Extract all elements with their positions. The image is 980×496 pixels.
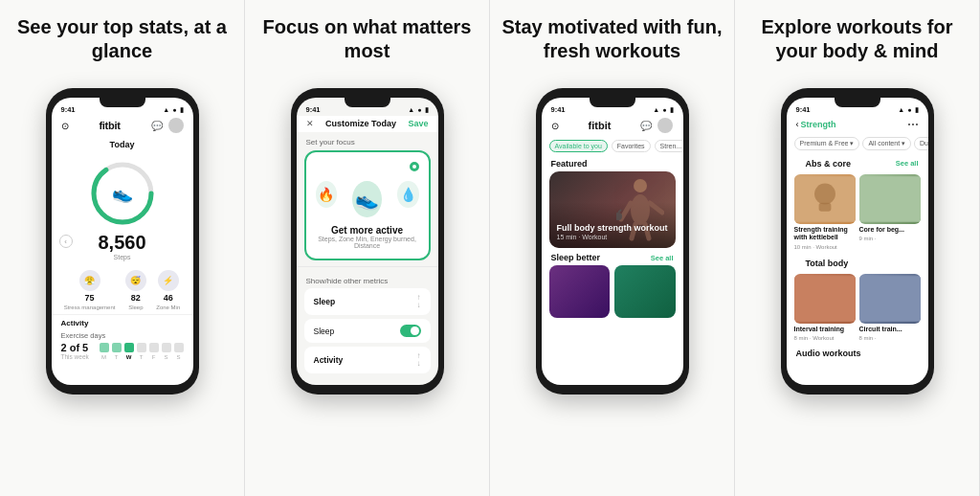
panel-2: Focus on what matters most 9:41 ▲ ● ▮ ✕ … — [245, 0, 490, 496]
save-button[interactable]: Save — [408, 119, 428, 128]
signal-icon: ▲ — [163, 106, 169, 113]
filter-tags: Available to you Favorites Stren... — [542, 137, 683, 156]
card-core[interactable]: Core for beg... 9 min · — [859, 174, 921, 250]
abs-see-all[interactable]: See all — [896, 159, 919, 168]
card-interval[interactable]: Interval training 8 min · Workout — [794, 274, 856, 341]
day-s1 — [162, 343, 171, 352]
see-all-button[interactable]: See all — [651, 254, 674, 262]
notch-2 — [345, 98, 390, 107]
day-t2 — [137, 343, 146, 352]
activity-sort-icons: ↑ ↓ — [417, 352, 421, 368]
lbl-s1: S — [162, 354, 171, 360]
notch-4 — [835, 98, 880, 107]
svg-line-4 — [621, 203, 631, 219]
screen-3: 9:41 ▲ ● ▮ ⊙ fitbit 💬 Available to you F… — [542, 98, 683, 385]
tag-available[interactable]: Available to you — [549, 140, 608, 152]
filter-premium[interactable]: Premium & Free ▾ — [794, 137, 860, 150]
divider-1 — [297, 266, 438, 267]
hero-text: Full body strength workout 15 min · Work… — [557, 223, 668, 240]
focus-icons: 🔥 👟 💧 — [316, 175, 419, 225]
exercise-label: Exercise days — [61, 331, 106, 340]
wifi-icon-2: ● — [417, 106, 421, 113]
zone-label: Zone Min — [156, 304, 180, 310]
zone-icon: ⚡ — [158, 270, 179, 291]
back-label: Strength — [801, 120, 836, 129]
zone-value: 46 — [164, 293, 173, 303]
total-body-grid: Interval training 8 min · Workout Circui… — [787, 272, 928, 345]
set-focus-label: Set your focus — [297, 132, 438, 150]
card-kettlebell[interactable]: Strength training with kettlebell 10 min… — [794, 174, 856, 250]
back-button[interactable]: ‹ Strength — [796, 120, 836, 129]
screen-2: 9:41 ▲ ● ▮ ✕ Customize Today Save Set yo… — [297, 98, 438, 385]
avatar — [168, 118, 184, 133]
activity-metric-row[interactable]: Activity ↑ ↓ — [304, 347, 431, 373]
lbl-f: F — [149, 354, 159, 360]
s3-nav: 💬 — [640, 118, 673, 133]
lbl-s2: S — [174, 354, 184, 360]
stat-stress: 😤 75 Stress management — [64, 270, 116, 310]
hero-title: Full body strength workout — [557, 223, 668, 234]
stat-sleep: 😴 82 Sleep — [125, 270, 146, 310]
total-body-row: Total body — [787, 254, 928, 272]
steps-ring-area: 👟 8,560 Steps — [52, 153, 193, 264]
tag-strength[interactable]: Stren... — [655, 140, 683, 152]
sleep-value: 82 — [131, 293, 141, 303]
notch-1 — [100, 98, 145, 107]
sleep-toggle-label: Sleep — [314, 327, 335, 336]
back-chevron[interactable]: ‹ — [59, 235, 73, 248]
lbl-t2: T — [137, 354, 146, 360]
sleep-better-label: Sleep better — [551, 253, 601, 262]
lbl-m: M — [100, 354, 109, 360]
svg-line-5 — [650, 203, 662, 213]
sleep-toggle[interactable] — [400, 325, 421, 337]
filter-content[interactable]: All content ▾ — [862, 137, 911, 150]
screen-1: 9:41 ▲ ● ▮ ⊙ fitbit 💬 ‹ Today — [52, 98, 193, 385]
thumb-2[interactable] — [614, 265, 676, 318]
interval-meta: 8 min · Workout — [794, 335, 856, 341]
svg-rect-15 — [859, 276, 921, 322]
filter-duration[interactable]: Duration ▾ — [914, 137, 927, 150]
metric-sort-icons: ↑ ↓ — [417, 294, 421, 309]
close-button[interactable]: ✕ — [306, 119, 314, 128]
focus-radio[interactable] — [410, 162, 419, 171]
battery-icon: ▮ — [180, 106, 184, 114]
hero-card[interactable]: Full body strength workout 15 min · Work… — [549, 171, 676, 248]
panel-1: See your top stats, at a glance 9:41 ▲ ●… — [0, 0, 245, 496]
signal-icon-3: ▲ — [653, 106, 659, 113]
exercise-week-area: 2 of 5 This week — [61, 342, 89, 360]
abs-core-row: Abs & core See all — [787, 154, 928, 172]
thumb-1[interactable] — [549, 265, 611, 318]
sleep-toggle-row[interactable]: Sleep — [304, 319, 431, 343]
panel-1-title: See your top stats, at a glance — [11, 15, 233, 75]
stress-label: Stress management — [64, 304, 116, 310]
status-icons-1: ▲ ● ▮ — [163, 106, 183, 114]
shoe-icon: 👟 — [112, 183, 133, 204]
metric-sleep-row[interactable]: Sleep ↑ ↓ — [304, 288, 431, 315]
tag-favorites[interactable]: Favorites — [612, 140, 651, 152]
customize-title: Customize Today — [325, 119, 396, 128]
total-body-title: Total body — [796, 256, 858, 270]
card-circuit[interactable]: Circuit train... 8 min · — [859, 274, 921, 341]
focus-card[interactable]: 🔥 👟 💧 Get more active Steps, Zone Min, E… — [304, 150, 431, 260]
day-s2 — [174, 343, 184, 352]
wifi-icon-4: ● — [907, 106, 911, 113]
notch-3 — [590, 98, 635, 107]
battery-icon-3: ▮ — [670, 106, 674, 114]
phone-4: 9:41 ▲ ● ▮ ‹ Strength ⋯ Premium & Free ▾… — [781, 88, 934, 395]
show-hide-label: Show/hide other metrics — [297, 273, 438, 288]
activity-metric-name: Activity — [314, 355, 344, 365]
featured-label: Featured — [542, 156, 683, 171]
day-t1 — [112, 343, 122, 352]
time-4: 9:41 — [796, 105, 811, 114]
focus-icon-run: 👟 — [352, 181, 382, 217]
steps-count: 8,560 — [98, 232, 145, 254]
svg-rect-13 — [859, 176, 921, 222]
day-m — [100, 343, 109, 352]
sleep-thumbs — [542, 265, 683, 318]
stats-row: 😤 75 Stress management 😴 82 Sleep ⚡ 46 Z… — [52, 264, 193, 314]
circuit-svg — [859, 274, 921, 324]
panel-2-title: Focus on what matters most — [256, 15, 478, 75]
brand-name-3: fitbit — [589, 120, 612, 131]
menu-icon[interactable]: ⋯ — [907, 118, 919, 131]
battery-icon-4: ▮ — [915, 106, 919, 114]
